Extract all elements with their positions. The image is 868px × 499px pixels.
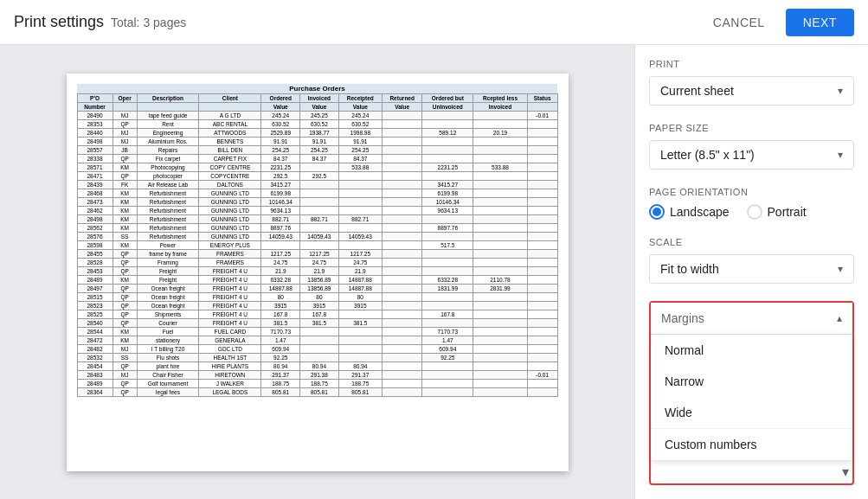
scale-dropdown[interactable]: Fit to width ▾	[649, 254, 854, 284]
table-row: 28525QPShipmentsFREIGHT 4 U167.8167.8167…	[77, 310, 557, 318]
margins-label: Margins	[661, 311, 704, 325]
paper-size-dropdown-arrow-icon: ▾	[838, 149, 843, 161]
print-dropdown[interactable]: Current sheet ▾	[649, 76, 854, 106]
margins-options: Normal Narrow Wide Custom numbers	[651, 335, 852, 460]
portrait-radio-circle	[747, 204, 762, 220]
margins-header: Margins ▴	[651, 303, 852, 335]
preview-paper: Purchase Orders P'O Oper Description Cli…	[67, 74, 569, 471]
scale-dropdown-value: Fit to width	[660, 262, 719, 276]
main-content: Purchase Orders P'O Oper Description Cli…	[0, 45, 868, 499]
next-button[interactable]: NEXT	[786, 9, 854, 36]
table-title: Purchase Orders	[77, 84, 557, 94]
margins-arrow-icon: ▴	[837, 312, 842, 324]
paper-size-label: Paper size	[649, 123, 854, 133]
table-row: 28498KMRefurbishmentGUNNING LTD882.71882…	[77, 214, 557, 223]
table-row: 28440MJEngineeringATTWOODS2529.891938.77…	[77, 128, 557, 137]
preview-area: Purchase Orders P'O Oper Description Cli…	[0, 45, 634, 499]
landscape-radio-circle	[649, 204, 665, 220]
table-row: 28482MJI T billing T20GDC LTD609.94609.9…	[77, 344, 557, 353]
orientation-radio-group: Landscape Portrait	[649, 204, 854, 220]
table-row: 28498MJAluminium Ros.BENNETS91.9191.9191…	[77, 137, 557, 145]
scroll-down-icon: ▾	[842, 464, 849, 480]
table-row: 28454QPplant hireHIRE PLANTS80.9480.9480…	[77, 361, 557, 370]
landscape-label: Landscape	[670, 205, 730, 219]
table-row: 28515QPOcean freightFREIGHT 4 U808080	[77, 292, 557, 301]
table-row: 28489QPGolf tournamentJ WALKER188.75188.…	[77, 379, 557, 387]
cancel-button[interactable]: CANCEL	[699, 9, 779, 36]
scale-group: Scale Fit to width ▾	[649, 237, 854, 284]
print-group: Print Current sheet ▾	[649, 59, 854, 106]
table-row: 28473KMRefurbishmentGUNNING LTD10146.341…	[77, 197, 557, 206]
paper-size-group: Paper size Letter (8.5" x 11") ▾	[649, 123, 854, 170]
page-total: Total: 3 pages	[111, 16, 186, 29]
print-label: Print	[649, 59, 854, 69]
landscape-option[interactable]: Landscape	[649, 204, 730, 220]
table-row: 28532SSFlu shotsHEALTH 1ST92.2592.25	[77, 353, 557, 361]
table-row: 28544KMFuelFUEL CARD7170.737170.73	[77, 327, 557, 336]
table-row: 28523QPOcean freightFREIGHT 4 U391539153…	[77, 301, 557, 310]
scale-dropdown-arrow-icon: ▾	[838, 263, 843, 275]
table-row: 28472KMstationeryGENERALA1.471.47	[77, 336, 557, 344]
margins-group: Margins ▴ Normal Narrow Wide Custom numb…	[649, 301, 854, 485]
table-row: 28557JBRepairsBILL DEN254.25254.25254.25	[77, 145, 557, 154]
table-row: 28439FKAir Release LabDALTONS3415.273415…	[77, 180, 557, 189]
table-row: 28571KMPhotocopyingCOPY CENTRE2231.25533…	[77, 163, 557, 171]
print-dropdown-value: Current sheet	[660, 84, 734, 98]
scale-label: Scale	[649, 237, 854, 247]
table-row: 28540QPCourierFREIGHT 4 U381.5381.5381.5	[77, 318, 557, 327]
table-row: 28364QPlegal feesLEGAL BODS805.81805.818…	[77, 387, 557, 396]
table-row: 28490MJtape feed guideA G LTD245.24245.2…	[77, 111, 557, 119]
orientation-group: Page orientation Landscape Portrait	[649, 187, 854, 220]
table-row: 28489KMFreightFREIGHT 4 U6332.2813856.89…	[77, 275, 557, 284]
table-row: 28468KMRefurbishmentGUNNING LTD6199.9861…	[77, 189, 557, 197]
page-title: Print settings	[14, 13, 104, 31]
margins-option-custom[interactable]: Custom numbers	[651, 428, 852, 460]
table-row: 28471QPphotocopierCOPYCENTRE292.5292.5	[77, 171, 557, 180]
table-row: 28462KMRefurbishmentGUNNING LTD9634.1396…	[77, 206, 557, 214]
print-dropdown-arrow-icon: ▾	[838, 85, 843, 97]
table-row: 28598KMPowerENERGY PLUS517.5	[77, 240, 557, 249]
settings-panel: Print Current sheet ▾ Paper size Letter …	[634, 45, 868, 499]
margins-option-wide[interactable]: Wide	[651, 397, 852, 428]
table-row: 28338QPFix carpetCARPET FIX84.3784.3784.…	[77, 154, 557, 163]
paper-size-dropdown[interactable]: Letter (8.5" x 11") ▾	[649, 140, 854, 170]
portrait-label: Portrait	[768, 205, 807, 219]
table-row: 28353QPRentABC RENTAL630.52630.52630.52	[77, 119, 557, 128]
table-row: 28576SSRefurbishmentGUNNING LTD14059.431…	[77, 232, 557, 240]
table-row: 28483MJChair FisherHIRETOWN291.37291.382…	[77, 370, 557, 379]
table-row: 28455QPframe by frameFRAMERS1217.251217.…	[77, 249, 557, 258]
paper-size-dropdown-value: Letter (8.5" x 11")	[660, 148, 755, 162]
portrait-option[interactable]: Portrait	[747, 204, 807, 220]
table-row: 28497QPOcean freightFREIGHT 4 U14887.881…	[77, 284, 557, 292]
orientation-label: Page orientation	[649, 187, 854, 197]
header: Print settings Total: 3 pages CANCEL NEX…	[0, 0, 868, 45]
table-row: 28453QPFreightFREIGHT 4 U21.921.921.9	[77, 266, 557, 275]
margins-option-narrow[interactable]: Narrow	[651, 366, 852, 397]
scroll-indicator: ▾	[651, 460, 852, 483]
margins-option-normal[interactable]: Normal	[651, 335, 852, 366]
table-row: 28528QPFramingFRAMERS24.7524.7524.75	[77, 258, 557, 266]
table-row: 28562KMRefurbishmentGUNNING LTD8897.7688…	[77, 223, 557, 232]
margins-dropdown[interactable]: Margins ▴ Normal Narrow Wide Custom numb…	[649, 301, 854, 485]
